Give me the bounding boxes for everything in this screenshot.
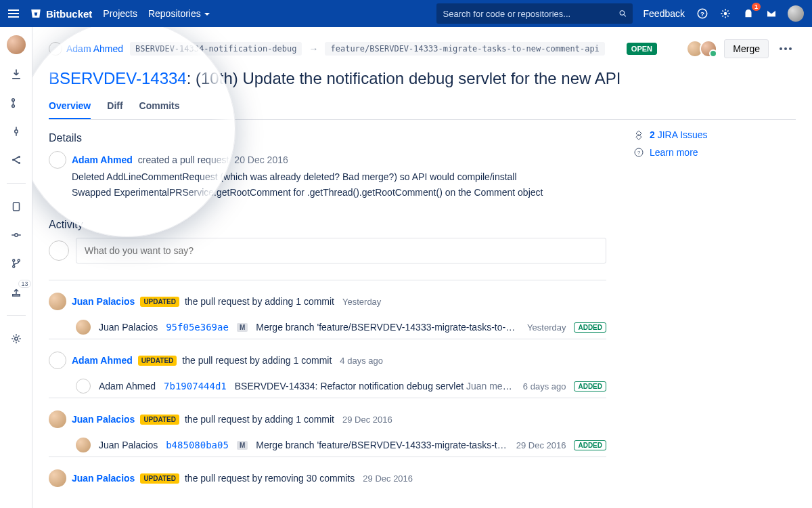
activity-user[interactable]: Juan Palacios [72,473,135,484]
approved-check-icon [709,49,717,58]
nav-feedback[interactable]: Feedback [644,8,685,19]
rail-pullrequests-icon[interactable]: 13 [8,284,24,300]
activity-user[interactable]: Juan Palacios [72,296,135,307]
commit-row: Juan Palacios 95f05e369ae M Merge branch… [76,320,606,335]
project-avatar[interactable] [7,35,26,54]
svg-point-12 [14,234,18,237]
svg-point-0 [620,11,624,15]
creator-avatar [49,151,66,169]
svg-point-6 [12,105,14,108]
rail-branches-icon[interactable] [8,255,24,272]
commit-status: ADDED [574,322,606,333]
user-avatar[interactable] [788,5,804,22]
rail-files-icon[interactable] [8,198,24,215]
nav-projects[interactable]: Projects [103,8,137,19]
nav-repositories[interactable]: Repositories [148,8,210,19]
svg-text:?: ? [637,150,640,156]
more-actions-icon[interactable] [775,43,796,54]
brand[interactable]: Bitbucket [30,7,92,20]
rail-settings-icon[interactable] [8,331,24,347]
creator-name[interactable]: Adam Ahmed [72,154,133,165]
rail-share-icon[interactable] [8,152,24,168]
app-switcher-icon[interactable] [8,9,19,18]
top-nav: Bitbucket Projects Repositories Feedback… [0,0,812,27]
rail-source-icon[interactable] [8,95,24,111]
search-input[interactable] [442,8,613,20]
activity-when: 29 Dec 2016 [363,473,413,484]
author-link[interactable]: Adam Ahmed [66,43,123,54]
reviewer-avatar[interactable] [700,40,717,58]
tabs: Overview Diff Commits [49,95,796,120]
svg-point-17 [14,337,18,341]
svg-point-10 [18,162,20,164]
jira-issues-link[interactable]: 2 JIRA Issues [633,129,796,140]
current-user-avatar [49,240,69,261]
commit-hash[interactable]: 7b1907444d1 [164,381,227,391]
commit-avatar [76,438,91,452]
help-icon[interactable]: ? [696,7,709,20]
activity-heading: Activity [49,219,606,231]
commit-row: Adam Ahmed 7b1907444d1 M BSERVDEV-14334:… [76,379,606,394]
ticket-key-link[interactable]: BSERVDEV-14334 [49,69,187,87]
commit-author: Adam Ahmed [99,381,156,391]
activity-badge: UPDATED [140,473,179,484]
svg-text:?: ? [700,10,704,18]
page-title: BSERVDEV-14334: (10th) Update the notifi… [49,69,796,88]
commit-message: BSERVDEV-14334: Refactor notification de… [235,381,515,391]
merge-chip: M [237,441,248,450]
tab-commits[interactable]: Commits [139,95,180,119]
commit-avatar [76,379,91,394]
activity-when: 29 Dec 2016 [342,415,392,425]
activity-avatar [49,410,66,428]
commit-hash[interactable]: b485080ba05 [166,440,229,450]
comment-input[interactable] [76,238,606,263]
activity-user[interactable]: Juan Palacios [72,414,135,425]
activity-user[interactable]: Adam Ahmed [72,355,133,366]
notifications-icon[interactable]: 1 [742,7,755,20]
rail-download-icon[interactable] [8,66,24,83]
left-rail: 13 [0,27,32,508]
svg-point-15 [12,266,14,268]
tab-overview[interactable]: Overview [49,95,91,119]
commit-status: ADDED [574,440,606,450]
author-avatar[interactable] [49,42,62,56]
brand-label: Bitbucket [46,8,92,20]
activity-badge: UPDATED [140,297,179,307]
activity-what: the pull request by adding 1 commit [182,355,332,366]
commit-message: Merge branch 'feature/BSERVDEV-14333-mig… [256,322,519,333]
activity-avatar [49,469,66,487]
svg-rect-16 [12,295,20,296]
commit-when: 6 days ago [523,381,566,391]
created-verb: created a pull request [138,154,229,165]
reviewers[interactable] [690,40,717,58]
commit-message: Merge branch 'feature/BSERVDEV-14333-mig… [256,440,508,450]
commit-when: 29 Dec 2016 [516,440,566,450]
tab-diff[interactable]: Diff [107,95,122,119]
jira-icon [633,129,644,140]
learn-more-label[interactable]: Learn more [650,147,698,158]
merge-button[interactable]: Merge [724,39,769,58]
svg-point-9 [18,156,20,158]
rail-history-icon[interactable] [8,227,24,243]
global-search[interactable] [436,3,633,24]
target-branch[interactable]: feature/BSERVDEV-14333-migrate-tasks-to-… [325,42,604,56]
commit-status: ADDED [574,381,606,391]
svg-rect-11 [13,203,19,211]
description-line: Deleted AddLineCommentRequest (which was… [72,170,606,184]
commit-hash[interactable]: 95f05e369ae [166,322,229,333]
svg-line-1 [624,15,626,17]
title-suffix: : (10th) Update the notification debug s… [187,69,621,87]
activity-item: Juan Palacios UPDATED the pull request b… [49,457,606,491]
activity-when: 4 days ago [340,356,383,366]
jira-label: JIRA Issues [658,129,708,140]
arrow-right-icon: → [309,43,318,54]
learn-more-link[interactable]: ? Learn more [633,147,796,158]
inbox-icon[interactable] [765,7,778,20]
svg-point-8 [12,159,14,161]
source-branch[interactable]: BSERVDEV-14334-notification-debug [130,42,302,56]
svg-point-13 [12,259,14,261]
settings-icon[interactable] [719,7,732,20]
rail-commits-icon[interactable] [8,123,24,140]
svg-point-7 [14,130,18,133]
svg-point-5 [12,99,14,102]
